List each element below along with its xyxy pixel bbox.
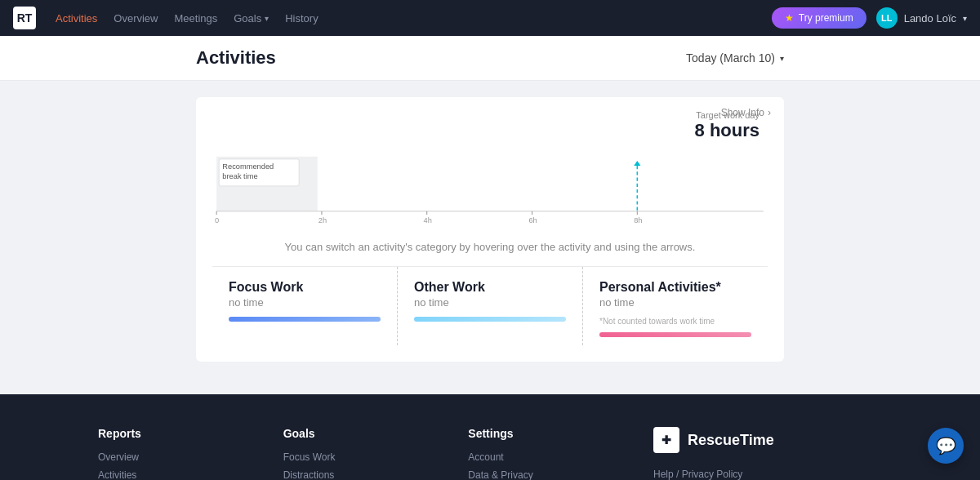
chart-card: Show Info › Target work day 8 hours Reco… [196, 97, 784, 362]
main-content: Show Info › Target work day 8 hours Reco… [0, 81, 980, 394]
date-chevron-icon: ▾ [780, 54, 784, 63]
user-chevron-icon: ▾ [963, 14, 967, 23]
svg-marker-15 [634, 161, 640, 166]
date-selector[interactable]: Today (March 10) ▾ [686, 51, 784, 64]
svg-text:0: 0 [215, 216, 219, 224]
stat-personal-activities: Personal Activities* no time *Not counte… [583, 267, 768, 345]
nav-link-overview[interactable]: Overview [114, 12, 158, 24]
svg-text:8h: 8h [634, 216, 642, 224]
footer-link-activities[interactable]: Activities [98, 469, 251, 480]
svg-text:4h: 4h [424, 216, 432, 224]
rescue-logo-icon: ✚ [653, 427, 679, 453]
footer-link-help[interactable]: Help / Privacy Policy [653, 466, 882, 480]
try-premium-button[interactable]: ★ Try premium [772, 7, 866, 29]
nav-logo: RT [13, 7, 36, 29]
nav-link-meetings[interactable]: Meetings [174, 12, 217, 24]
page-title: Activities [196, 47, 276, 69]
svg-text:Recommended: Recommended [222, 162, 274, 171]
chat-icon: 💬 [936, 436, 956, 456]
chart-area: Recommended break time 0 2h 4h 6h 8h [212, 149, 768, 231]
chart-svg: Recommended break time 0 2h 4h 6h 8h [212, 149, 768, 231]
footer-link-data-privacy[interactable]: Data & Privacy [468, 469, 621, 480]
footer-settings: Settings Account Data & Privacy Billing … [468, 427, 621, 480]
star-icon: ★ [785, 12, 794, 24]
stat-other-work: Other Work no time [398, 267, 583, 345]
nav-link-history[interactable]: History [285, 12, 318, 24]
rescue-logo: ✚ RescueTime [653, 427, 882, 453]
footer-brand: ✚ RescueTime Help / Privacy Policy Rescu… [653, 427, 882, 480]
nav-link-goals[interactable]: Goals ▾ [234, 12, 269, 24]
other-work-bar [414, 317, 566, 322]
svg-text:2h: 2h [318, 216, 327, 224]
footer: Reports Overview Activities Last sync: n… [0, 394, 980, 480]
footer-link-overview[interactable]: Overview [98, 451, 251, 463]
user-menu[interactable]: LL Lando Loïc ▾ [876, 7, 967, 29]
footer-link-focus-work[interactable]: Focus Work [283, 451, 436, 463]
stats-row: Focus Work no time Other Work no time Pe… [212, 266, 768, 345]
svg-text:6h: 6h [528, 216, 537, 224]
rescue-links: Help / Privacy Policy RescueTime Blog Co… [653, 466, 882, 480]
page-header: Activities Today (March 10) ▾ [0, 36, 980, 81]
nav-links: Activities Overview Meetings Goals ▾ His… [56, 12, 752, 24]
footer-link-account[interactable]: Account [468, 451, 621, 463]
footer-goals: Goals Focus Work Distractions Communicat… [283, 427, 436, 480]
chart-hint: You can switch an activity's category by… [212, 231, 768, 266]
footer-grid: Reports Overview Activities Last sync: n… [98, 427, 882, 480]
arrow-right-icon: › [768, 107, 771, 118]
navbar: RT Activities Overview Meetings Goals ▾ … [0, 0, 980, 36]
nav-link-activities[interactable]: Activities [56, 12, 97, 24]
stat-focus-work: Focus Work no time [212, 267, 398, 345]
avatar: LL [876, 7, 898, 29]
footer-link-distractions[interactable]: Distractions [283, 469, 436, 480]
footer-reports: Reports Overview Activities Last sync: n… [98, 427, 251, 480]
goals-chevron-icon: ▾ [265, 14, 269, 23]
show-info-button[interactable]: Show Info › [721, 107, 771, 118]
personal-activities-bar [599, 332, 751, 337]
svg-text:break time: break time [222, 172, 257, 180]
target-info: Target work day 8 hours [212, 110, 768, 141]
nav-right: ★ Try premium LL Lando Loïc ▾ [772, 7, 967, 29]
focus-work-bar [229, 317, 381, 322]
chat-bubble-button[interactable]: 💬 [928, 428, 964, 464]
